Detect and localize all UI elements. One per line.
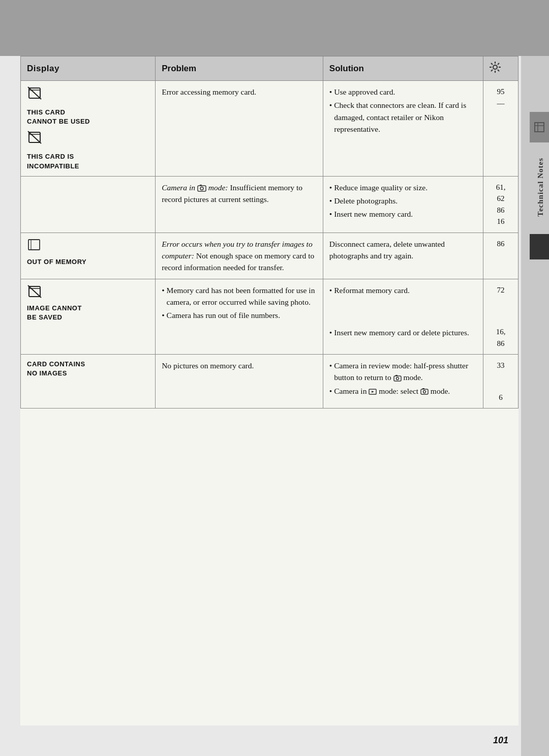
- solution-cell-4: • Reformat memory card. • Insert new mem…: [323, 279, 483, 355]
- svg-line-9: [498, 70, 499, 71]
- svg-rect-21: [28, 240, 40, 250]
- problem-cell-4: • Memory card has not been formatted for…: [156, 279, 323, 355]
- display-cell-2: [21, 176, 156, 232]
- page-number: 101: [493, 735, 508, 746]
- svg-rect-20: [200, 185, 202, 186]
- right-sidebar: Technical Notes: [521, 56, 549, 756]
- col-display: Display: [21, 56, 156, 81]
- page-ref-cell-2: 61, 62 86 16: [483, 176, 518, 232]
- no-card-icon-2: [27, 130, 149, 150]
- problem-cell-1: Error accessing memory card.: [156, 81, 323, 177]
- problem-text-5: No pictures on memory card.: [162, 361, 254, 370]
- solution-2-2: • Delete photographs.: [329, 195, 477, 207]
- display-header: Display: [27, 64, 59, 73]
- display-text-4: IMAGE CANNOTBE SAVED: [27, 304, 149, 322]
- solution-5-1: • Camera in review mode: half-press shut…: [329, 360, 477, 384]
- svg-point-3: [493, 65, 497, 69]
- svg-line-25: [28, 285, 41, 298]
- display-cell-4: IMAGE CANNOTBE SAVED: [21, 279, 156, 355]
- svg-rect-31: [421, 389, 428, 394]
- problem-cell-3: Error occurs when you try to transfer im…: [156, 232, 323, 279]
- display-text-5: CARD CONTAINSNO IMAGES: [27, 360, 149, 378]
- svg-point-19: [200, 187, 203, 190]
- svg-line-17: [28, 131, 41, 143]
- table-row: THIS CARDCANNOT BE USED THIS CARD ISINCO…: [21, 81, 518, 177]
- solution-cell-3: Disconnect camera, delete unwanted photo…: [323, 232, 483, 279]
- problem-header: Problem: [162, 64, 196, 73]
- no-memory-card-icon: [27, 86, 42, 100]
- display-text-3: OUT OF MEMORY: [27, 257, 149, 267]
- problem-4-1: • Memory card has not been formatted for…: [162, 284, 317, 308]
- svg-line-11: [491, 70, 493, 71]
- camera-icon-inline-2: [420, 388, 429, 395]
- solution-bullet-1: • Use approved card.: [329, 86, 477, 98]
- table-header-row: Display Problem Solution: [21, 56, 518, 81]
- problem-cell-2: Camera in mode: Insufficient memory to r…: [156, 176, 323, 232]
- display-text-1a: THIS CARDCANNOT BE USED: [27, 108, 149, 126]
- page-ref-dash: —: [490, 98, 512, 109]
- bookmark-icon: [530, 112, 549, 142]
- playback-icon-inline: [369, 388, 377, 395]
- section-bookmark: [530, 234, 549, 259]
- display-cell-5: CARD CONTAINSNO IMAGES: [21, 355, 156, 409]
- table-row: IMAGE CANNOTBE SAVED • Memory card has n…: [21, 279, 518, 355]
- main-table: Display Problem Solution: [20, 56, 518, 409]
- page-ref-1: 95: [490, 86, 512, 98]
- page-ref-cell-4: 72 16,86: [483, 279, 518, 355]
- transfer-icon: [27, 238, 41, 251]
- camera-mode-icon: [197, 184, 206, 192]
- display-cell-3: OUT OF MEMORY: [21, 232, 156, 279]
- svg-line-8: [491, 63, 493, 65]
- solution-2-3: • Insert new memory card.: [329, 208, 477, 220]
- problem-text-1: Error accessing memory card.: [162, 88, 256, 96]
- svg-line-14: [28, 87, 41, 99]
- svg-marker-30: [372, 391, 374, 393]
- no-memory-card-icon-2: [27, 130, 42, 144]
- svg-rect-33: [422, 388, 424, 389]
- no-card-icon-1: [27, 86, 149, 106]
- col-problem: Problem: [156, 56, 323, 81]
- no-card-icon-3: [27, 284, 149, 302]
- svg-rect-26: [394, 376, 401, 381]
- solution-bullet-2: • Check that connectors are clean. If ca…: [329, 99, 477, 135]
- page-content: Display Problem Solution: [20, 56, 518, 725]
- table-row: Camera in mode: Insufficient memory to r…: [21, 176, 518, 232]
- page-ref-cell-5: 33 6: [483, 355, 518, 409]
- problem-text-2-italic: Camera in mode:: [162, 183, 230, 192]
- display-text-1b: THIS CARD ISINCOMPATIBLE: [27, 152, 149, 170]
- table-row: CARD CONTAINSNO IMAGES No pictures on me…: [21, 355, 518, 409]
- svg-point-32: [423, 390, 425, 393]
- svg-line-10: [498, 63, 499, 65]
- problem-cell-5: No pictures on memory card.: [156, 355, 323, 409]
- out-of-memory-icon: [27, 238, 149, 254]
- solution-4-2: • Insert new memory card or delete pictu…: [329, 327, 477, 338]
- solution-cell-2: • Reduce image quality or size. • Delete…: [323, 176, 483, 232]
- table-row: OUT OF MEMORY Error occurs when you try …: [21, 232, 518, 279]
- solution-4-1: • Reformat memory card.: [329, 284, 477, 296]
- svg-rect-0: [535, 123, 544, 132]
- svg-point-27: [396, 377, 399, 380]
- col-icon: [483, 56, 518, 81]
- svg-rect-28: [395, 375, 398, 376]
- page-ref-cell-1: 95 —: [483, 81, 518, 177]
- solution-2-1: • Reduce image quality or size.: [329, 182, 477, 193]
- problem-4-2: • Camera has run out of file numbers.: [162, 309, 317, 321]
- solution-cell-1: • Use approved card. • Check that connec…: [323, 81, 483, 177]
- no-memory-card-icon-3: [27, 284, 42, 299]
- col-solution: Solution: [323, 56, 483, 81]
- page-ref-cell-3: 86: [483, 232, 518, 279]
- technical-notes-label: Technical Notes: [536, 158, 545, 217]
- top-bar: [0, 0, 549, 56]
- solution-cell-5: • Camera in review mode: half-press shut…: [323, 355, 483, 409]
- solution-3-1: Disconnect camera, delete unwanted photo…: [329, 238, 477, 262]
- solution-5-2: • Camera in mode: select: [329, 385, 477, 397]
- solution-header: Solution: [329, 64, 364, 73]
- camera-icon-inline: [393, 375, 402, 382]
- settings-icon: [490, 62, 501, 73]
- display-cell-1: THIS CARDCANNOT BE USED THIS CARD ISINCO…: [21, 81, 156, 177]
- svg-rect-18: [198, 186, 206, 191]
